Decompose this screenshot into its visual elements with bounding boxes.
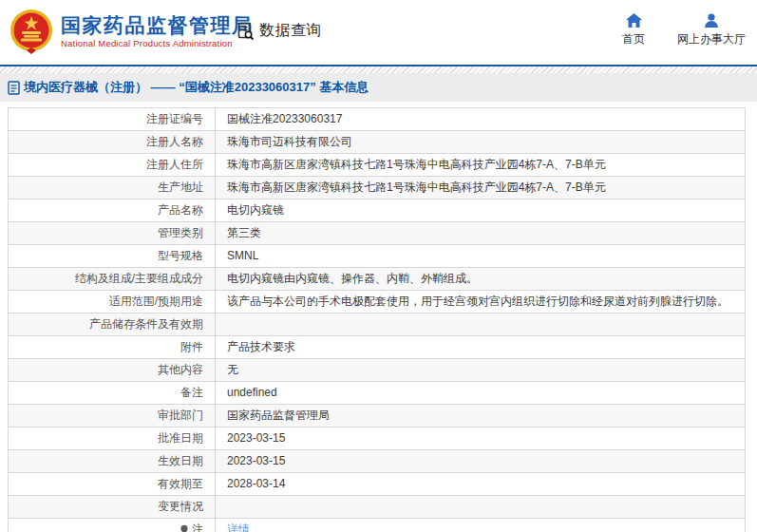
row-label-text: 注册证编号 — [146, 111, 203, 127]
table-row: 型号规格 SMNL — [9, 245, 745, 268]
table-row: 变更情况 — [9, 496, 745, 519]
row-label: 生产地址 — [9, 177, 216, 199]
row-label-text: 注册人住所 — [146, 157, 203, 173]
row-label-text: 型号规格 — [158, 248, 203, 264]
row-label-text: 变更情况 — [158, 499, 203, 515]
table-row: 结构及组成/主要组成成分 电切内窥镜由内窥镜、操作器、内鞘、外鞘组成。 — [9, 268, 745, 291]
row-label: 批准日期 — [9, 428, 216, 449]
document-icon — [8, 81, 20, 95]
row-label: 型号规格 — [9, 245, 216, 267]
row-label: 其他内容 — [9, 359, 216, 381]
row-value: 珠海市高新区唐家湾镇科技七路1号珠海中电高科技产业园4栋7-A、7-B单元 — [216, 154, 745, 176]
agency-subtitle: National Medical Products Administration — [61, 38, 254, 48]
row-label-text: 备注 — [180, 385, 203, 401]
row-label: 适用范围/预期用途 — [9, 291, 216, 313]
table-row: 注册人名称 珠海市司迈科技有限公司 — [9, 131, 745, 154]
row-label: 注册人住所 — [9, 154, 216, 176]
table-row: 备注 undefined — [9, 382, 745, 405]
row-label: 注册人名称 — [9, 131, 216, 153]
page-title: 境内医疗器械（注册） —— “国械注准20233060317” 基本信息 — [24, 79, 369, 96]
table-row: 产品名称 电切内窥镜 — [9, 200, 745, 222]
agency-brand: 国家药品监督管理局 National Medical Products Admi… — [9, 9, 254, 54]
row-label-text: 注 — [192, 522, 203, 532]
row-label: 附件 — [9, 336, 216, 358]
row-value: 国械注准20233060317 — [216, 108, 745, 130]
table-row: 适用范围/预期用途 该产品与本公司的手术电极配套使用，用于经宫颈对宫内组织进行切… — [9, 291, 745, 314]
row-label: 管理类别 — [9, 222, 216, 244]
row-label: 备注 — [9, 382, 216, 404]
row-value: SMNL — [216, 245, 745, 267]
table-row: 注册人住所 珠海市高新区唐家湾镇科技七路1号珠海中电高科技产业园4栋7-A、7-… — [9, 154, 745, 177]
table-row: 审批部门 国家药品监督管理局 — [9, 405, 745, 428]
nav-data-query-label: 数据查询 — [259, 21, 322, 41]
row-label-text: 产品储存条件及有效期 — [89, 316, 203, 332]
nav-home[interactable]: 首页 — [622, 13, 645, 48]
row-label-text: 管理类别 — [158, 225, 203, 241]
row-label-text: 结构及组成/主要组成成分 — [75, 271, 203, 287]
table-row: 附件 产品技术要求 — [9, 336, 745, 359]
table-row: 产品储存条件及有效期 — [9, 314, 745, 336]
nav-home-label: 首页 — [622, 31, 645, 48]
row-label-text: 生效日期 — [158, 453, 203, 469]
table-row: 生产地址 珠海市高新区唐家湾镇科技七路1号珠海中电高科技产业园4栋7-A、7-B… — [9, 177, 745, 200]
row-value: 2023-03-15 — [216, 450, 745, 472]
row-value: undefined — [216, 382, 745, 404]
bulb-icon — [180, 524, 189, 532]
hatch-stripe-band — [0, 66, 757, 73]
row-label: 注 — [9, 519, 216, 532]
table-row: 注册证编号 国械注准20233060317 — [9, 108, 745, 131]
details-link[interactable]: 详情 — [227, 522, 250, 532]
row-value — [216, 314, 745, 335]
row-label-text: 审批部门 — [158, 408, 203, 424]
page-header: 国家药品监督管理局 National Medical Products Admi… — [0, 0, 757, 65]
row-value: 第三类 — [216, 222, 745, 244]
table-row: 管理类别 第三类 — [9, 222, 745, 245]
row-value: 电切内窥镜由内窥镜、操作器、内鞘、外鞘组成。 — [216, 268, 745, 290]
row-label: 结构及组成/主要组成成分 — [9, 268, 216, 290]
row-value: 详情 — [216, 519, 745, 532]
table-row: 生效日期 2023-03-15 — [9, 450, 745, 473]
table-row: 有效期至 2028-03-14 — [9, 473, 745, 496]
row-label: 有效期至 — [9, 473, 216, 495]
row-label: 变更情况 — [9, 496, 216, 518]
nav-service-hall-label: 网上办事大厅 — [677, 31, 746, 48]
row-label: 生效日期 — [9, 450, 216, 472]
row-label-text: 其他内容 — [158, 362, 203, 378]
row-value — [216, 496, 745, 518]
row-label-text: 产品名称 — [158, 202, 203, 218]
row-label: 注册证编号 — [9, 108, 216, 130]
row-label-text: 适用范围/预期用途 — [109, 294, 203, 310]
row-label-text: 附件 — [180, 339, 203, 355]
info-table: 注册证编号 国械注准20233060317 注册人名称 珠海市司迈科技有限公司 … — [8, 107, 746, 532]
home-icon — [626, 13, 642, 28]
national-emblem-logo — [9, 9, 53, 54]
row-label: 审批部门 — [9, 405, 216, 427]
row-label-text: 生产地址 — [158, 180, 203, 196]
table-row: 批准日期 2023-03-15 — [9, 428, 745, 450]
document-search-icon — [237, 22, 255, 41]
agency-title: 国家药品监督管理局 — [61, 14, 254, 37]
row-value: 珠海市司迈科技有限公司 — [216, 131, 745, 153]
row-value: 国家药品监督管理局 — [216, 405, 745, 427]
row-value: 产品技术要求 — [216, 336, 745, 358]
breadcrumb: 境内医疗器械（注册） —— “国械注准20233060317” 基本信息 — [8, 79, 369, 96]
row-label: 产品名称 — [9, 200, 216, 221]
row-value: 2023-03-15 — [216, 428, 745, 449]
table-row: 其他内容 无 — [9, 359, 745, 382]
row-value: 2028-03-14 — [216, 473, 745, 495]
row-value: 该产品与本公司的手术电极配套使用，用于经宫颈对宫内组织进行切除和经尿道对前列腺进… — [216, 291, 745, 313]
nav-data-query[interactable]: 数据查询 — [237, 21, 322, 41]
row-label-text: 有效期至 — [158, 476, 203, 492]
row-value: 无 — [216, 359, 745, 381]
breadcrumb-band: 境内医疗器械（注册） —— “国械注准20233060317” 基本信息 — [0, 73, 757, 102]
user-icon — [704, 13, 719, 28]
row-value: 电切内窥镜 — [216, 200, 745, 221]
row-label: 产品储存条件及有效期 — [9, 314, 216, 335]
row-label-text: 注册人名称 — [146, 134, 203, 150]
nav-service-hall[interactable]: 网上办事大厅 — [677, 13, 746, 48]
row-label-text: 批准日期 — [158, 430, 203, 446]
table-row: 注 详情 — [9, 519, 745, 532]
row-value: 珠海市高新区唐家湾镇科技七路1号珠海中电高科技产业园4栋7-A、7-B单元 — [216, 177, 745, 199]
